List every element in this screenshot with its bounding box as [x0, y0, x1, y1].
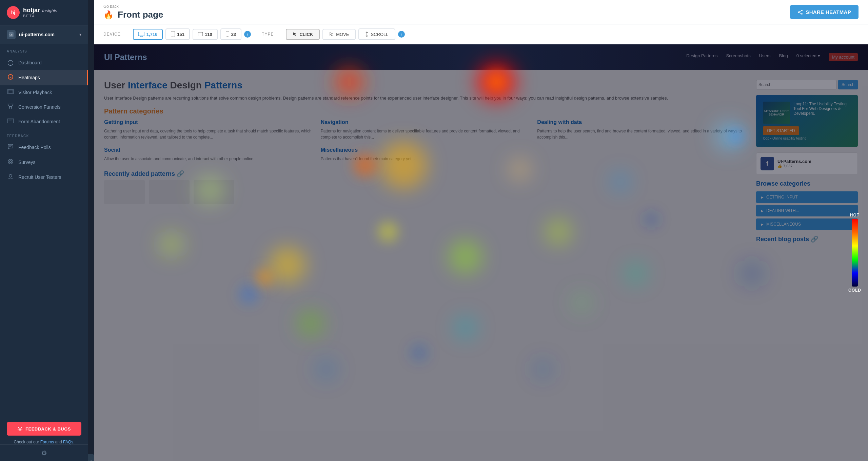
move-cursor-icon — [329, 32, 334, 37]
forums-link[interactable]: Forums — [40, 440, 54, 444]
svg-text:UI: UI — [9, 33, 13, 37]
device-controls: 1,716 151 110 23 i — [133, 28, 251, 40]
sidebar-item-conversion-funnels[interactable]: Conversion Funnels — [0, 100, 88, 114]
page-title: Front page — [118, 9, 163, 20]
page-title-row: 🔥 Front page — [103, 9, 790, 20]
svg-point-41 — [380, 142, 427, 189]
scroll-icon — [365, 32, 369, 37]
sidebar-item-label-visitor-playback: Visitor Playback — [18, 90, 52, 95]
sidebar-item-label-conversion-funnels: Conversion Funnels — [18, 104, 61, 110]
tablet-sm-icon — [198, 32, 203, 36]
svg-point-53 — [195, 175, 225, 206]
svg-point-36 — [227, 36, 228, 37]
type-move-btn[interactable]: MOVE — [322, 29, 356, 40]
share-heatmap-button[interactable]: SHARE HEATMAP — [790, 5, 859, 19]
svg-point-54 — [508, 158, 532, 181]
surveys-icon — [7, 159, 14, 166]
svg-line-26 — [799, 11, 801, 12]
logo-area: hj hotjar Insights BETA — [0, 0, 88, 25]
flame-icon: 🔥 — [103, 10, 114, 20]
conversion-funnels-icon — [7, 104, 14, 110]
svg-point-57 — [410, 343, 429, 362]
device-tablet-sm-btn[interactable]: 110 — [193, 29, 218, 40]
device-label: DEVICE — [103, 32, 121, 37]
sidebar-item-dashboard[interactable]: ◯ Dashboard — [0, 55, 88, 70]
svg-point-61 — [738, 260, 766, 287]
device-tablet-btn[interactable]: 151 — [165, 28, 190, 40]
sidebar-item-feedback-polls[interactable]: Feedback Polls — [0, 140, 88, 155]
svg-line-20 — [21, 427, 22, 428]
svg-point-52 — [378, 222, 398, 242]
type-controls: CLICK MOVE SCROLL i — [286, 28, 405, 40]
desktop-count: 1,716 — [146, 32, 158, 37]
type-info-icon[interactable]: i — [398, 31, 405, 38]
hot-label: HOT — [850, 213, 860, 217]
svg-marker-6 — [9, 106, 12, 109]
svg-point-43 — [269, 247, 306, 284]
svg-rect-4 — [8, 90, 13, 93]
feedback-polls-icon — [7, 144, 14, 151]
type-label: TYPE — [262, 32, 274, 37]
device-info-icon[interactable]: i — [244, 31, 251, 38]
analysis-section-label: ANALYSIS — [0, 44, 88, 55]
svg-marker-13 — [8, 148, 9, 149]
type-scroll-label: SCROLL — [371, 32, 388, 37]
tablet-icon — [171, 32, 175, 37]
feedback-bugs-button[interactable]: FEEDBACK & BUGS — [7, 422, 81, 436]
sidebar-item-label-form-abandonment: Form Abandonment — [18, 119, 60, 124]
sidebar-collapse-button[interactable]: ‹ — [88, 454, 94, 461]
desktop-icon — [138, 32, 144, 37]
faqs-link[interactable]: FAQs — [63, 440, 73, 444]
svg-point-58 — [643, 211, 660, 228]
logo-name: hotjar — [23, 7, 40, 14]
sidebar-item-surveys[interactable]: Surveys — [0, 155, 88, 170]
sidebar-item-visitor-playback[interactable]: Visitor Playback — [0, 85, 88, 100]
svg-rect-34 — [198, 32, 203, 36]
svg-point-16 — [9, 174, 12, 177]
heatmap-scale: HOT COLD — [848, 213, 861, 293]
svg-point-45 — [449, 240, 482, 274]
go-back-link[interactable]: Go back — [103, 4, 790, 9]
logo-text-block: hotjar Insights BETA — [23, 7, 57, 18]
svg-point-33 — [173, 36, 173, 37]
controls-bar: DEVICE 1,716 151 110 23 i TYPE — [94, 24, 868, 44]
svg-point-56 — [239, 284, 259, 305]
heatmap-container: UI Patterns Design Patterns Screenshots … — [94, 44, 868, 461]
heatmaps-icon — [7, 74, 14, 81]
main-content: Go back 🔥 Front page SHARE HEATMAP DEVIC… — [94, 0, 868, 461]
svg-point-15 — [9, 161, 12, 163]
feedback-section-label: FEEDBACK — [0, 129, 88, 140]
svg-marker-5 — [8, 104, 13, 106]
chevron-down-icon: ▾ — [79, 32, 81, 37]
site-icon: UI — [7, 30, 16, 39]
visitor-playback-icon — [7, 89, 14, 96]
svg-point-25 — [801, 13, 803, 15]
svg-point-44 — [256, 269, 273, 286]
device-mobile-btn[interactable]: 23 — [220, 28, 241, 40]
svg-point-63 — [571, 292, 592, 314]
type-move-label: MOVE — [336, 32, 349, 37]
device-desktop-btn[interactable]: 1,716 — [133, 29, 163, 40]
svg-line-19 — [18, 427, 19, 428]
svg-point-39 — [486, 72, 507, 92]
mobile-icon — [226, 32, 229, 37]
svg-point-23 — [801, 10, 803, 11]
type-scroll-btn[interactable]: SCROLL — [358, 28, 395, 40]
svg-point-40 — [334, 67, 364, 97]
sidebar-item-form-abandonment[interactable]: Form Abandonment — [0, 114, 88, 129]
bug-icon — [17, 426, 23, 432]
dashboard-icon: ◯ — [7, 59, 14, 66]
type-click-btn[interactable]: CLICK — [286, 29, 320, 40]
feedback-bugs-label: FEEDBACK & BUGS — [25, 426, 71, 432]
site-selector[interactable]: UI ui-patterns.com ▾ — [0, 25, 88, 44]
sidebar-item-recruit-user-testers[interactable]: Recruit User Testers — [0, 170, 88, 185]
svg-line-27 — [799, 13, 801, 14]
site-name: ui-patterns.com — [19, 32, 79, 37]
sidebar-item-label-surveys: Surveys — [18, 160, 36, 165]
svg-point-14 — [8, 159, 13, 164]
share-heatmap-label: SHARE HEATMAP — [806, 9, 851, 15]
sidebar-item-heatmaps[interactable]: Heatmaps — [0, 70, 88, 85]
logo-badge: BETA — [23, 14, 57, 18]
cold-label: COLD — [848, 288, 861, 293]
settings-icon[interactable]: ⚙ — [41, 449, 47, 457]
